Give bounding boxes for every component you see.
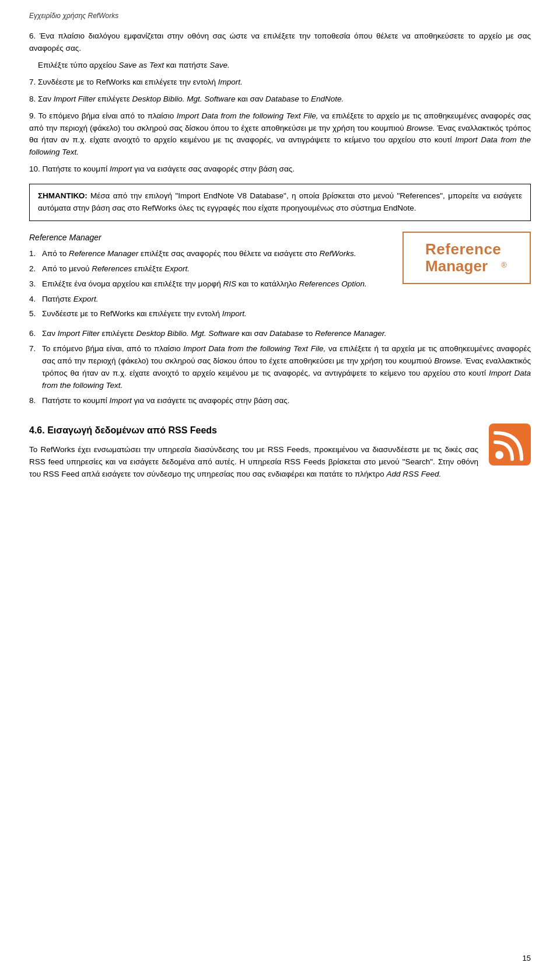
logo-line1: Reference: [425, 241, 501, 258]
logo-lines: Reference Manager: [425, 241, 501, 274]
item-number: 6.: [29, 32, 40, 40]
item-number: 7.: [29, 343, 40, 392]
item-text: Το επόμενο βήμα είναι από το πλαίσιο Imp…: [29, 111, 531, 157]
item-number: 1.: [29, 248, 40, 260]
list-item: 3. Επιλέξτε ένα όνομα αρχείου και επιλέξ…: [29, 278, 391, 290]
list-item: 6. Σαν Import Filter επιλέγετε Desktop B…: [29, 328, 531, 340]
important-label: ΣΗΜΑΝΤΙΚΟ:: [38, 191, 88, 200]
ref-manager-list: 1. Από το Reference Manager επιλέξτε σας…: [29, 248, 391, 321]
intro-item-9: 9. Το επόμενο βήμα είναι από το πλαίσιο …: [29, 110, 531, 159]
rss-section: 4.6. Εισαγωγή δεδομένων από RSS Feeds Το…: [29, 424, 531, 485]
ref-manager-title: Reference Manager: [29, 232, 391, 244]
page-number: 15: [523, 954, 531, 963]
item-number: 4.: [29, 293, 40, 306]
important-text: Μέσα από την επιλογή "Import EndNote V8 …: [38, 191, 522, 212]
rss-svg: [489, 424, 531, 466]
logo-line2: Manager: [425, 258, 501, 275]
rss-body: Το RefWorks έχει ενσωματώσει την υπηρεσί…: [29, 444, 478, 481]
item-text: Το επόμενο βήμα είναι, από το πλαίσιο Im…: [42, 343, 531, 392]
item-text: Συνδέεστε με το RefWorks και επιλέγετε τ…: [38, 78, 243, 86]
item-text: Σαν Import Filter επιλέγετε Desktop Bibl…: [42, 328, 387, 340]
intro-item-8: 8. Σαν Import Filter επιλέγετε Desktop B…: [29, 93, 531, 106]
item-number: 9.: [29, 111, 38, 120]
item-number: 6.: [29, 328, 40, 340]
logo-text-row: Reference Manager ®: [425, 241, 508, 274]
list-item: 8. Πατήστε το κουμπί Import για να εισάγ…: [29, 395, 531, 407]
rss-header-row: 4.6. Εισαγωγή δεδομένων από RSS Feeds Το…: [29, 424, 531, 485]
intro-item-6: 6. Ένα πλαίσιο διαλόγου εμφανίζεται στην…: [29, 30, 531, 55]
item-text: Πατήστε το κουμπί Import για να εισάγετε…: [42, 395, 290, 407]
svg-point-1: [495, 451, 503, 459]
item-text: Επιλέξτε ένα όνομα αρχείου και επιλέξτε …: [42, 278, 367, 290]
ref-manager-logo: Reference Manager ®: [402, 232, 531, 284]
page-header: Εγχειρίδιο χρήσης RefWorks: [29, 12, 531, 20]
logo-inner: Reference Manager ®: [425, 241, 508, 274]
logo-trademark: ®: [501, 260, 507, 271]
item-text: Από το Reference Manager επιλέξτε σας αν…: [42, 248, 356, 260]
item-number: 10.: [29, 164, 43, 173]
item-number: 8.: [29, 395, 40, 407]
rss-text-block: 4.6. Εισαγωγή δεδομένων από RSS Feeds Το…: [29, 424, 478, 485]
item-number: 3.: [29, 278, 40, 290]
page: Εγχειρίδιο χρήσης RefWorks 6. Ένα πλαίσι…: [0, 0, 560, 973]
item-text: Σαν Import Filter επιλέγετε Desktop Bibl…: [38, 94, 344, 103]
header-title: Εγχειρίδιο χρήσης RefWorks: [29, 12, 118, 20]
item-number: 7.: [29, 78, 38, 86]
list-item: 1. Από το Reference Manager επιλέξτε σας…: [29, 248, 391, 260]
list-item: 5. Συνδέεστε με το RefWorks και επιλέγετ…: [29, 308, 391, 320]
rss-title: 4.6. Εισαγωγή δεδομένων από RSS Feeds: [29, 424, 478, 438]
item-text: Πατήστε Export.: [42, 293, 99, 306]
list-item: 4. Πατήστε Export.: [29, 293, 391, 306]
ref-manager-list-continued: 6. Σαν Import Filter επιλέγετε Desktop B…: [29, 328, 531, 407]
ref-manager-header-row: Reference Manager 1. Από το Reference Ma…: [29, 232, 531, 323]
ref-manager-section: Reference Manager 1. Από το Reference Ma…: [29, 232, 531, 407]
svg-rect-0: [489, 424, 531, 466]
intro-item-10: 10. Πατήστε το κουμπί Import για να εισά…: [29, 163, 531, 176]
item-number: 5.: [29, 308, 40, 320]
item-text: Από το μενού References επιλέξτε Export.: [42, 263, 190, 275]
intro-content: 6. Ένα πλαίσιο διαλόγου εμφανίζεται στην…: [29, 30, 531, 176]
item-number: 2.: [29, 263, 40, 275]
list-item: 7. Το επόμενο βήμα είναι, από το πλαίσιο…: [29, 343, 531, 392]
item-text: Πατήστε το κουμπί Import για να εισάγετε…: [43, 164, 295, 173]
intro-save-text: Επιλέξτε τύπο αρχείου Save as Text και π…: [29, 60, 531, 72]
ref-manager-content: Reference Manager 1. Από το Reference Ma…: [29, 232, 391, 323]
intro-item-7: 7. Συνδέεστε με το RefWorks και επιλέγετ…: [29, 76, 531, 89]
item-text: Συνδέεστε με το RefWorks και επιλέγετε τ…: [42, 308, 247, 320]
item-text: Ένα πλαίσιο διαλόγου εμφανίζεται στην οθ…: [29, 32, 531, 52]
item-number: 8.: [29, 94, 38, 103]
important-box: ΣΗΜΑΝΤΙΚΟ: Μέσα από την επιλογή "Import …: [29, 184, 531, 221]
list-item: 2. Από το μενού References επιλέξτε Expo…: [29, 263, 391, 275]
rss-icon: [489, 424, 531, 466]
